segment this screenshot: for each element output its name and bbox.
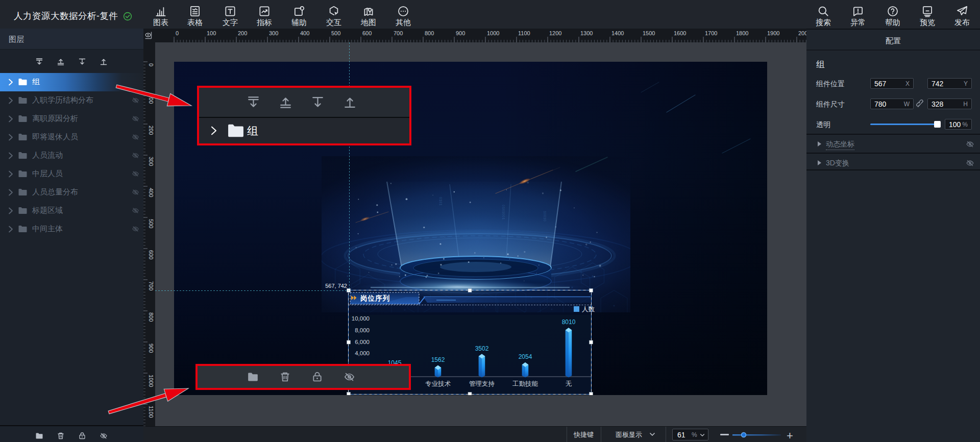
svg-text:900: 900 xyxy=(456,30,465,36)
svg-text:人数: 人数 xyxy=(582,306,595,313)
svg-text:行政管理: 行政管理 xyxy=(381,380,407,387)
svg-text:1045: 1045 xyxy=(388,359,402,366)
svg-text:500: 500 xyxy=(148,219,154,228)
svg-text:3502: 3502 xyxy=(475,345,489,352)
svg-text:6,000: 6,000 xyxy=(355,339,370,345)
svg-text:1600: 1600 xyxy=(674,30,686,36)
svg-text:4,000: 4,000 xyxy=(355,350,370,356)
svg-text:1300: 1300 xyxy=(580,30,593,36)
svg-text:400: 400 xyxy=(300,30,309,36)
svg-text:工勤技能: 工勤技能 xyxy=(512,380,538,387)
svg-text:300: 300 xyxy=(269,30,278,36)
svg-text:1400: 1400 xyxy=(611,30,624,36)
svg-text:1200: 1200 xyxy=(549,30,561,36)
svg-text:1100: 1100 xyxy=(148,406,154,418)
svg-text:1900: 1900 xyxy=(767,30,779,36)
svg-text:800: 800 xyxy=(148,312,154,322)
svg-text:100: 100 xyxy=(148,94,154,104)
svg-text:200: 200 xyxy=(238,30,247,36)
svg-text:8,000: 8,000 xyxy=(355,327,370,333)
svg-text:200: 200 xyxy=(148,126,154,135)
svg-text:600: 600 xyxy=(362,30,372,36)
svg-text:300: 300 xyxy=(148,157,154,166)
svg-text:1000: 1000 xyxy=(148,375,154,387)
svg-text:500: 500 xyxy=(331,30,340,36)
svg-text:0: 0 xyxy=(176,30,179,36)
svg-text:1000: 1000 xyxy=(487,30,499,36)
svg-text:8010: 8010 xyxy=(562,318,576,326)
svg-text:800: 800 xyxy=(425,30,434,36)
svg-text:0: 0 xyxy=(148,63,154,66)
svg-text:无: 无 xyxy=(566,380,572,387)
svg-text:1700: 1700 xyxy=(705,30,717,36)
svg-text:2054: 2054 xyxy=(519,353,532,360)
svg-text:10,000: 10,000 xyxy=(352,315,370,322)
svg-text:管理支持: 管理支持 xyxy=(469,380,495,387)
svg-text:1562: 1562 xyxy=(431,356,445,363)
svg-text:700: 700 xyxy=(394,30,403,36)
svg-text:1100: 1100 xyxy=(518,30,530,36)
svg-text:100: 100 xyxy=(207,30,216,36)
svg-text:400: 400 xyxy=(148,188,154,197)
svg-text:600: 600 xyxy=(148,250,154,259)
svg-text:2000: 2000 xyxy=(798,30,806,36)
svg-text:900: 900 xyxy=(148,343,154,353)
svg-text:1800: 1800 xyxy=(736,30,748,36)
svg-text:专业技术: 专业技术 xyxy=(425,380,451,387)
svg-text:700: 700 xyxy=(148,281,154,290)
svg-text:1500: 1500 xyxy=(643,30,655,36)
svg-text:岗位序列: 岗位序列 xyxy=(360,294,390,302)
